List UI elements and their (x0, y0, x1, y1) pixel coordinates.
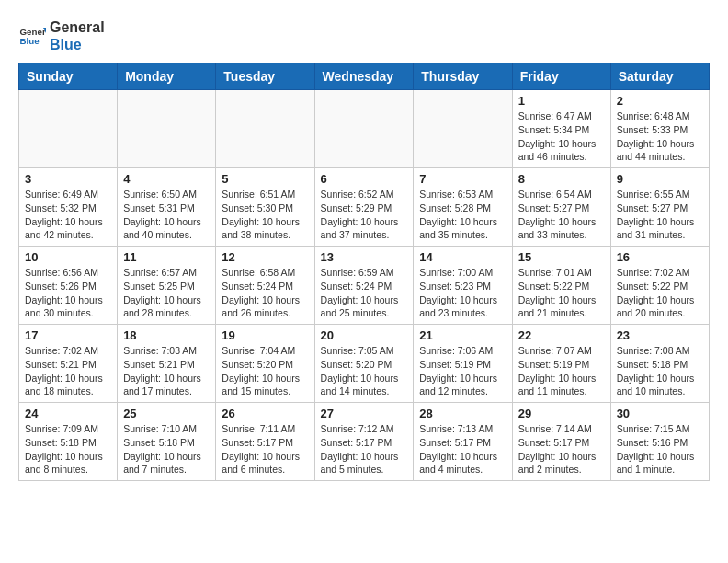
day-cell-13: 13Sunrise: 6:59 AM Sunset: 5:24 PM Dayli… (314, 247, 414, 325)
day-info: Sunrise: 7:02 AM Sunset: 5:22 PM Dayligh… (617, 266, 703, 320)
day-number: 17 (25, 328, 111, 342)
header: General Blue General Blue (18, 18, 710, 53)
day-info: Sunrise: 6:59 AM Sunset: 5:24 PM Dayligh… (321, 266, 408, 320)
day-number: 30 (617, 407, 703, 420)
weekday-header-tuesday: Tuesday (216, 63, 314, 90)
day-info: Sunrise: 7:13 AM Sunset: 5:17 PM Dayligh… (419, 422, 506, 477)
day-info: Sunrise: 7:08 AM Sunset: 5:18 PM Dayligh… (617, 344, 703, 398)
day-cell-19: 19Sunrise: 7:04 AM Sunset: 5:20 PM Dayli… (216, 325, 314, 403)
day-cell-12: 12Sunrise: 6:58 AM Sunset: 5:24 PM Dayli… (216, 247, 314, 325)
day-number: 6 (321, 172, 408, 186)
day-cell-24: 24Sunrise: 7:09 AM Sunset: 5:18 PM Dayli… (19, 403, 118, 481)
day-info: Sunrise: 6:56 AM Sunset: 5:26 PM Dayligh… (25, 266, 111, 320)
day-info: Sunrise: 6:53 AM Sunset: 5:28 PM Dayligh… (419, 188, 506, 242)
day-cell-3: 3Sunrise: 6:49 AM Sunset: 5:32 PM Daylig… (19, 168, 118, 247)
day-cell-15: 15Sunrise: 7:01 AM Sunset: 5:22 PM Dayli… (512, 247, 610, 325)
calendar: SundayMondayTuesdayWednesdayThursdayFrid… (18, 63, 710, 481)
day-cell-8: 8Sunrise: 6:54 AM Sunset: 5:27 PM Daylig… (512, 168, 610, 247)
day-info: Sunrise: 7:11 AM Sunset: 5:17 PM Dayligh… (222, 422, 308, 477)
day-number: 10 (25, 250, 111, 264)
svg-text:Blue: Blue (20, 36, 40, 46)
day-info: Sunrise: 6:48 AM Sunset: 5:33 PM Dayligh… (617, 109, 703, 164)
day-cell-17: 17Sunrise: 7:02 AM Sunset: 5:21 PM Dayli… (19, 325, 118, 403)
weekday-header-saturday: Saturday (610, 63, 709, 90)
day-cell-2: 2Sunrise: 6:48 AM Sunset: 5:33 PM Daylig… (610, 90, 709, 168)
day-cell-30: 30Sunrise: 7:15 AM Sunset: 5:16 PM Dayli… (610, 403, 709, 481)
empty-cell (19, 90, 118, 168)
day-info: Sunrise: 7:03 AM Sunset: 5:21 PM Dayligh… (123, 344, 210, 398)
day-cell-7: 7Sunrise: 6:53 AM Sunset: 5:28 PM Daylig… (414, 168, 512, 247)
day-cell-22: 22Sunrise: 7:07 AM Sunset: 5:19 PM Dayli… (512, 325, 610, 403)
day-number: 13 (321, 250, 408, 264)
day-number: 20 (321, 328, 408, 342)
weekday-header-row: SundayMondayTuesdayWednesdayThursdayFrid… (19, 63, 710, 90)
day-cell-16: 16Sunrise: 7:02 AM Sunset: 5:22 PM Dayli… (610, 247, 709, 325)
day-number: 19 (222, 328, 308, 342)
empty-cell (118, 90, 216, 168)
day-cell-29: 29Sunrise: 7:14 AM Sunset: 5:17 PM Dayli… (512, 403, 610, 481)
day-info: Sunrise: 6:54 AM Sunset: 5:27 PM Dayligh… (518, 188, 605, 242)
day-info: Sunrise: 7:09 AM Sunset: 5:18 PM Dayligh… (25, 422, 111, 477)
day-number: 15 (518, 250, 605, 264)
day-cell-9: 9Sunrise: 6:55 AM Sunset: 5:27 PM Daylig… (610, 168, 709, 247)
day-info: Sunrise: 7:15 AM Sunset: 5:16 PM Dayligh… (617, 422, 703, 477)
day-info: Sunrise: 7:07 AM Sunset: 5:19 PM Dayligh… (518, 344, 605, 398)
week-row-4: 17Sunrise: 7:02 AM Sunset: 5:21 PM Dayli… (19, 325, 710, 403)
day-cell-25: 25Sunrise: 7:10 AM Sunset: 5:18 PM Dayli… (118, 403, 216, 481)
weekday-header-monday: Monday (118, 63, 216, 90)
day-number: 12 (222, 250, 308, 264)
logo: General Blue General Blue (18, 18, 105, 53)
day-info: Sunrise: 6:49 AM Sunset: 5:32 PM Dayligh… (25, 188, 111, 242)
logo-icon: General Blue (18, 22, 46, 50)
empty-cell (216, 90, 314, 168)
day-number: 22 (518, 328, 605, 342)
empty-cell (414, 90, 512, 168)
day-cell-23: 23Sunrise: 7:08 AM Sunset: 5:18 PM Dayli… (610, 325, 709, 403)
day-info: Sunrise: 6:51 AM Sunset: 5:30 PM Dayligh… (222, 188, 308, 242)
day-number: 18 (123, 328, 210, 342)
day-cell-10: 10Sunrise: 6:56 AM Sunset: 5:26 PM Dayli… (19, 247, 118, 325)
day-info: Sunrise: 7:10 AM Sunset: 5:18 PM Dayligh… (123, 422, 210, 477)
day-cell-26: 26Sunrise: 7:11 AM Sunset: 5:17 PM Dayli… (216, 403, 314, 481)
day-number: 21 (419, 328, 506, 342)
logo-blue: Blue (50, 36, 105, 53)
week-row-3: 10Sunrise: 6:56 AM Sunset: 5:26 PM Dayli… (19, 247, 710, 325)
day-number: 7 (419, 172, 506, 186)
day-info: Sunrise: 7:00 AM Sunset: 5:23 PM Dayligh… (419, 266, 506, 320)
day-number: 24 (25, 407, 111, 420)
day-number: 29 (518, 407, 605, 420)
week-row-2: 3Sunrise: 6:49 AM Sunset: 5:32 PM Daylig… (19, 168, 710, 247)
weekday-header-thursday: Thursday (414, 63, 512, 90)
day-info: Sunrise: 6:58 AM Sunset: 5:24 PM Dayligh… (222, 266, 308, 320)
day-info: Sunrise: 7:06 AM Sunset: 5:19 PM Dayligh… (419, 344, 506, 398)
day-info: Sunrise: 6:55 AM Sunset: 5:27 PM Dayligh… (617, 188, 703, 242)
day-number: 14 (419, 250, 506, 264)
day-cell-21: 21Sunrise: 7:06 AM Sunset: 5:19 PM Dayli… (414, 325, 512, 403)
day-cell-27: 27Sunrise: 7:12 AM Sunset: 5:17 PM Dayli… (314, 403, 414, 481)
day-cell-11: 11Sunrise: 6:57 AM Sunset: 5:25 PM Dayli… (118, 247, 216, 325)
day-info: Sunrise: 7:04 AM Sunset: 5:20 PM Dayligh… (222, 344, 308, 398)
day-info: Sunrise: 7:05 AM Sunset: 5:20 PM Dayligh… (321, 344, 408, 398)
day-number: 27 (321, 407, 408, 420)
day-number: 25 (123, 407, 210, 420)
day-cell-5: 5Sunrise: 6:51 AM Sunset: 5:30 PM Daylig… (216, 168, 314, 247)
day-cell-4: 4Sunrise: 6:50 AM Sunset: 5:31 PM Daylig… (118, 168, 216, 247)
weekday-header-wednesday: Wednesday (314, 63, 414, 90)
day-cell-20: 20Sunrise: 7:05 AM Sunset: 5:20 PM Dayli… (314, 325, 414, 403)
day-number: 1 (518, 94, 605, 108)
day-number: 28 (419, 407, 506, 420)
day-number: 2 (617, 94, 703, 108)
day-info: Sunrise: 6:52 AM Sunset: 5:29 PM Dayligh… (321, 188, 408, 242)
day-number: 26 (222, 407, 308, 420)
svg-text:General: General (20, 27, 47, 37)
empty-cell (314, 90, 414, 168)
day-number: 16 (617, 250, 703, 264)
day-number: 9 (617, 172, 703, 186)
day-cell-1: 1Sunrise: 6:47 AM Sunset: 5:34 PM Daylig… (512, 90, 610, 168)
day-number: 4 (123, 172, 210, 186)
day-info: Sunrise: 7:02 AM Sunset: 5:21 PM Dayligh… (25, 344, 111, 398)
weekday-header-friday: Friday (512, 63, 610, 90)
day-info: Sunrise: 7:12 AM Sunset: 5:17 PM Dayligh… (321, 422, 408, 477)
day-info: Sunrise: 6:47 AM Sunset: 5:34 PM Dayligh… (518, 109, 605, 164)
day-info: Sunrise: 6:57 AM Sunset: 5:25 PM Dayligh… (123, 266, 210, 320)
